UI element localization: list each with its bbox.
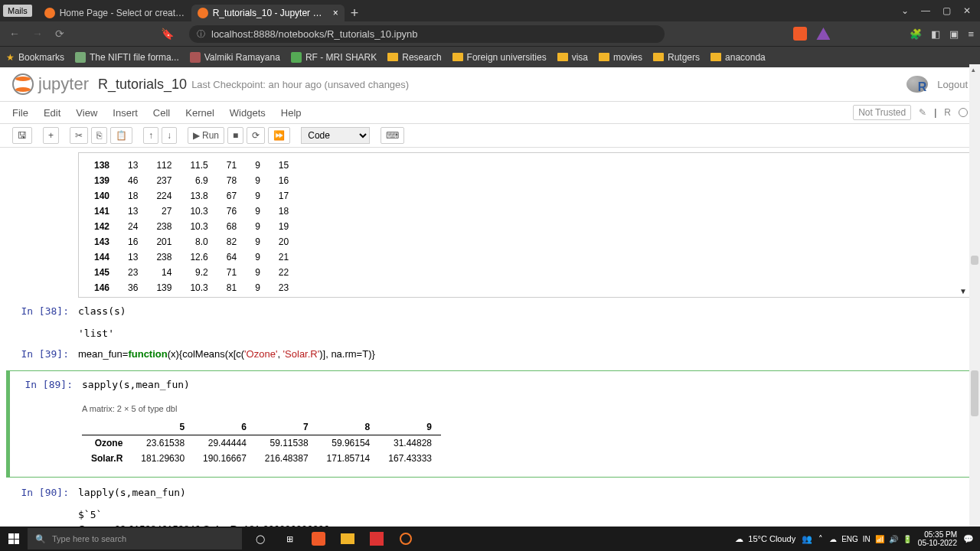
notebook-title[interactable]: R_tutorials_10 — [98, 77, 187, 93]
extensions-icon[interactable]: 🧩 — [910, 28, 922, 40]
mails-badge[interactable]: Mails — [3, 5, 32, 17]
cortana-icon[interactable]: ◯ — [247, 527, 274, 551]
notifications-icon[interactable]: 💬 — [963, 534, 974, 544]
keyboard-indicator[interactable]: IN — [863, 535, 871, 543]
sidebar-icon[interactable]: ◧ — [931, 28, 940, 40]
copy-button[interactable]: ⎘ — [91, 127, 107, 144]
site-info-icon[interactable]: ⓘ — [197, 28, 205, 40]
save-button[interactable]: 🖫 — [12, 127, 32, 144]
titlebar: Mails Home Page - Select or create a not… — [0, 0, 980, 21]
bm-movies[interactable]: movies — [599, 52, 642, 63]
scroll-up-icon[interactable]: ▴ — [972, 66, 975, 73]
move-down-button[interactable]: ↓ — [162, 127, 177, 144]
command-palette-button[interactable]: ⌨ — [381, 127, 404, 144]
bm-nifti[interactable]: The NIFTI file forma... — [75, 52, 179, 63]
jupyter-logo[interactable]: jupyter — [12, 73, 89, 95]
back-button[interactable]: ← — [6, 24, 23, 43]
cut-button[interactable]: ✂ — [70, 127, 88, 144]
run-button[interactable]: ▶ Run — [188, 127, 224, 144]
restart-run-button[interactable]: ⏩ — [268, 127, 290, 144]
menu-help[interactable]: Help — [281, 107, 302, 119]
prompt: In [38]: — [6, 302, 75, 344]
reload-button[interactable]: ⟳ — [52, 24, 67, 43]
menu-file[interactable]: File — [12, 107, 28, 119]
menu-view[interactable]: View — [76, 107, 97, 119]
bm-research[interactable]: Research — [387, 52, 441, 63]
bookmarks-menu[interactable]: ★Bookmarks — [6, 52, 64, 63]
code-input[interactable]: mean_fun=function(x){colMeans(x[c('Ozone… — [78, 348, 971, 360]
add-cell-button[interactable]: + — [43, 127, 59, 144]
explorer-icon[interactable] — [334, 527, 361, 551]
code-cell-89[interactable]: In [89]: sapply(s,mean_fun) A matrix: 2 … — [6, 370, 974, 478]
rewards-icon[interactable] — [816, 28, 830, 40]
battery-icon[interactable]: 🔋 — [903, 535, 912, 543]
bookmarks-bar: ★Bookmarks The NIFTI file forma... Valmi… — [0, 46, 980, 67]
menu-cell[interactable]: Cell — [153, 107, 170, 119]
tab-notebook[interactable]: R_tutorials_10 - Jupyter Notebook × — [191, 5, 345, 21]
code-input[interactable]: lapply(s,mean_fun) — [78, 487, 971, 498]
wifi-icon[interactable]: 📶 — [875, 535, 884, 543]
scroll-down-icon[interactable]: ▼ — [959, 287, 967, 295]
bm-rf[interactable]: RF - MRI SHARK — [291, 52, 377, 63]
menu-insert[interactable]: Insert — [113, 107, 138, 119]
maximize-button[interactable]: ▢ — [942, 5, 951, 16]
start-button[interactable] — [0, 527, 28, 551]
edit-icon[interactable]: ✎ — [919, 107, 926, 118]
menu-widgets[interactable]: Widgets — [230, 107, 266, 119]
code-cell-39[interactable]: In [39]: mean_fun=function(x){colMeans(x… — [6, 345, 974, 363]
task-view-icon[interactable]: ⊞ — [276, 527, 303, 551]
bm-anaconda[interactable]: anaconda — [710, 52, 766, 63]
onedrive-icon[interactable]: ☁ — [829, 535, 837, 543]
language-indicator[interactable]: ENG — [841, 535, 858, 543]
move-up-button[interactable]: ↑ — [143, 127, 158, 144]
jupyter-header: jupyter R_tutorials_10 Last Checkpoint: … — [0, 67, 980, 102]
bm-foreign[interactable]: Foreign universities — [452, 52, 547, 63]
tab-title: Home Page - Select or create a noteb — [60, 8, 185, 18]
restart-button[interactable]: ⟳ — [247, 127, 265, 144]
volume-icon[interactable]: 🔊 — [889, 535, 898, 543]
taskbar-search[interactable]: 🔍Type here to search — [28, 528, 242, 549]
url-text: localhost:8888/notebooks/R_tutorials_10.… — [211, 28, 418, 40]
notebook-area[interactable]: 13792410.9719141381311211.57191513946237… — [0, 148, 980, 534]
menu-icon[interactable]: ≡ — [968, 28, 974, 40]
stop-button[interactable]: ■ — [227, 127, 243, 144]
weather-widget[interactable]: ☁15°C Cloudy — [735, 534, 795, 544]
close-icon[interactable]: × — [333, 8, 338, 18]
meet-now-icon[interactable]: 👥 — [802, 534, 812, 544]
code-cell-38[interactable]: In [38]: class(s) 'list' — [6, 302, 974, 344]
bm-visa[interactable]: visa — [557, 52, 588, 63]
scroll-thumb[interactable] — [971, 370, 978, 416]
clock[interactable]: 05:35 PM05-10-2022 — [918, 530, 957, 547]
anaconda-icon[interactable] — [392, 527, 420, 551]
menu-bar: File Edit View Insert Cell Kernel Widget… — [0, 102, 980, 124]
chevron-up-icon[interactable]: ˄ — [818, 534, 823, 544]
page-scrollbar[interactable]: ▴ — [969, 64, 980, 527]
trust-button[interactable]: Not Trusted — [853, 105, 911, 120]
kernel-indicator-icon[interactable] — [959, 108, 968, 117]
code-input[interactable]: class(s) — [78, 305, 971, 317]
scroll-thumb[interactable] — [971, 256, 978, 265]
bm-rutgers[interactable]: Rutgers — [653, 52, 700, 63]
acrobat-icon[interactable] — [363, 527, 390, 551]
code-input[interactable]: sapply(s,mean_fun) — [82, 379, 970, 390]
bookmark-icon[interactable]: 🔖 — [158, 24, 177, 43]
bm-valmiki[interactable]: Valmiki Ramayana — [190, 52, 280, 63]
output-scroll-area[interactable]: 13792410.9719141381311211.57191513946237… — [78, 152, 971, 298]
close-button[interactable]: ✕ — [963, 5, 971, 16]
wallet-icon[interactable]: ▣ — [949, 28, 959, 40]
brave-icon[interactable] — [305, 527, 332, 551]
forward-button[interactable]: → — [29, 24, 46, 43]
minimize-button[interactable]: — — [921, 5, 930, 16]
url-field[interactable]: ⓘ localhost:8888/notebooks/R_tutorials_1… — [189, 25, 665, 43]
paste-button[interactable]: 📋 — [110, 127, 132, 144]
folder-icon — [452, 53, 463, 61]
tab-home[interactable]: Home Page - Select or create a noteb — [38, 5, 191, 21]
menu-kernel[interactable]: Kernel — [185, 107, 214, 119]
new-tab-button[interactable]: + — [345, 5, 365, 21]
shield-icon[interactable] — [793, 27, 807, 41]
logout-button[interactable]: Logout — [937, 79, 968, 90]
cell-type-select[interactable]: Code — [301, 127, 370, 144]
menu-edit[interactable]: Edit — [44, 107, 60, 119]
matrix-table: 56789Ozone23.6153829.4444459.1153859.961… — [82, 419, 441, 466]
chevron-down-icon[interactable]: ⌄ — [901, 5, 909, 16]
